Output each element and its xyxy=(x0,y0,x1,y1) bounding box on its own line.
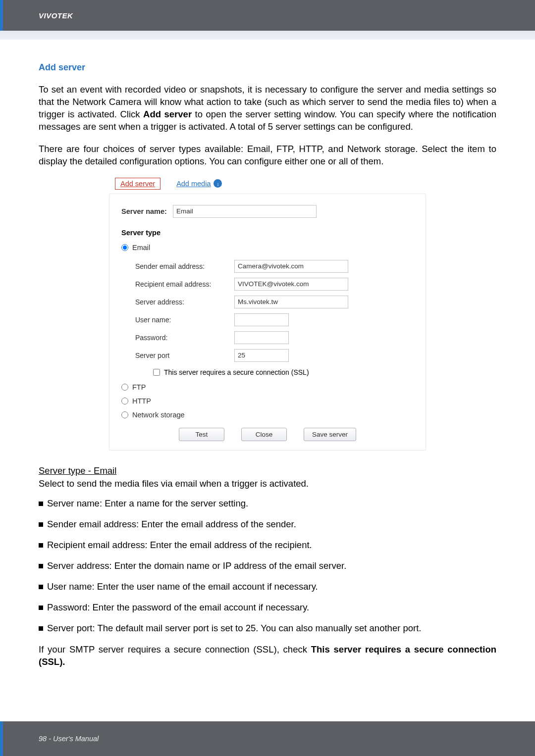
panel-body: Server name: Server type Email Sender em… xyxy=(109,194,426,451)
bullet-icon xyxy=(39,522,43,527)
blue-stripe-bottom xyxy=(0,721,3,756)
username-input[interactable] xyxy=(234,313,289,326)
footer-band: 98 - User's Manual xyxy=(0,721,535,756)
header-separator xyxy=(0,31,535,40)
row-sender: Sender email address: xyxy=(135,257,414,275)
radio-http-row: HTTP xyxy=(121,397,414,405)
tab-add-media[interactable]: Add media ↓ xyxy=(176,178,222,190)
recipient-input[interactable] xyxy=(234,278,348,291)
radio-netstorage-row: Network storage xyxy=(121,411,414,419)
radio-ftp[interactable] xyxy=(121,384,128,391)
server-name-label: Server name: xyxy=(121,207,167,215)
bullet-item: Server name: Enter a name for the server… xyxy=(39,498,496,509)
save-server-button[interactable]: Save server xyxy=(304,428,356,441)
radio-email[interactable] xyxy=(121,244,128,251)
bullet-item: Sender email address: Enter the email ad… xyxy=(39,519,496,530)
ssl-checkbox[interactable] xyxy=(153,369,160,376)
bullet-icon xyxy=(39,605,43,610)
close-button[interactable]: Close xyxy=(241,428,287,441)
bullet-text: User name: Enter the user name of the em… xyxy=(47,581,318,592)
server-name-input[interactable] xyxy=(173,205,317,218)
row-server-port: Server port xyxy=(135,347,414,364)
radio-email-label: Email xyxy=(132,244,150,252)
email-type-heading: Server type - Email xyxy=(39,465,496,476)
ssl-row: This server requires a secure connection… xyxy=(153,368,414,376)
bullet-text: Server name: Enter a name for the server… xyxy=(47,498,248,509)
server-port-label: Server port xyxy=(135,352,234,359)
password-input[interactable] xyxy=(234,331,289,344)
bullet-text: Password: Enter the password of the emai… xyxy=(47,602,309,613)
test-button[interactable]: Test xyxy=(179,428,224,441)
closing-text-a: If your SMTP server requires a secure co… xyxy=(39,644,311,655)
bullet-icon xyxy=(39,502,43,506)
radio-email-row: Email xyxy=(121,244,414,252)
sender-label: Sender email address: xyxy=(135,262,234,270)
bullet-item: Recipient email address: Enter the email… xyxy=(39,540,496,551)
intro-paragraph-1: To set an event with recorded video or s… xyxy=(39,84,496,133)
bullet-item: Server address: Enter the domain name or… xyxy=(39,560,496,571)
radio-http[interactable] xyxy=(121,398,128,404)
ssl-label: This server requires a secure connection… xyxy=(164,368,309,376)
server-port-input[interactable] xyxy=(234,349,289,362)
bullet-icon xyxy=(39,564,43,568)
bullet-icon xyxy=(39,543,43,548)
server-config-panel: Add server Add media ↓ Server name: Serv… xyxy=(109,178,426,451)
bullet-text: Recipient email address: Enter the email… xyxy=(47,540,312,551)
username-label: User name: xyxy=(135,316,234,324)
radio-ftp-label: FTP xyxy=(132,383,146,391)
radio-netstorage-label: Network storage xyxy=(132,411,185,419)
bullet-text: Server port: The default mail server por… xyxy=(47,623,421,634)
brand-logo-text: VIVOTEK xyxy=(39,11,73,20)
panel-tabs: Add server Add media ↓ xyxy=(109,178,426,190)
row-recipient: Recipient email address: xyxy=(135,275,414,293)
bullet-item: Server port: The default mail server por… xyxy=(39,623,496,634)
bullet-text: Sender email address: Enter the email ad… xyxy=(47,519,296,530)
panel-wrap: Add server Add media ↓ Server name: Serv… xyxy=(39,178,496,451)
blue-stripe-top xyxy=(0,0,3,31)
bullet-list: Server name: Enter a name for the server… xyxy=(39,498,496,634)
bullet-icon xyxy=(39,585,43,589)
row-password: Password: xyxy=(135,329,414,347)
bullet-icon xyxy=(39,626,43,631)
email-type-desc: Select to send the media files via email… xyxy=(39,478,496,489)
bullet-text: Server address: Enter the domain name or… xyxy=(47,560,346,571)
footer-page-label: 98 - User's Manual xyxy=(39,735,99,743)
server-address-input[interactable] xyxy=(234,296,348,308)
tab-add-media-label: Add media xyxy=(176,180,211,188)
button-row: Test Close Save server xyxy=(121,428,414,441)
bullet-item: Password: Enter the password of the emai… xyxy=(39,602,496,613)
password-label: Password: xyxy=(135,334,234,342)
radio-netstorage[interactable] xyxy=(121,411,128,418)
row-server-name: Server name: xyxy=(121,205,414,218)
email-fields: Sender email address: Recipient email ad… xyxy=(135,257,414,364)
row-server-address: Server address: xyxy=(135,293,414,311)
section-title: Add server xyxy=(39,62,496,73)
closing-paragraph: If your SMTP server requires a secure co… xyxy=(39,644,496,668)
sender-input[interactable] xyxy=(234,260,348,273)
intro-paragraph-2: There are four choices of server types a… xyxy=(39,143,496,168)
row-username: User name: xyxy=(135,311,414,329)
radio-ftp-row: FTP xyxy=(121,383,414,391)
recipient-label: Recipient email address: xyxy=(135,280,234,288)
server-address-label: Server address: xyxy=(135,298,234,306)
tab-add-server[interactable]: Add server xyxy=(115,178,160,190)
help-icon[interactable]: ↓ xyxy=(214,179,222,188)
radio-http-label: HTTP xyxy=(132,397,151,405)
bullet-item: User name: Enter the user name of the em… xyxy=(39,581,496,592)
page-content: Add server To set an event with recorded… xyxy=(0,40,535,668)
top-header-band: VIVOTEK xyxy=(3,0,535,31)
server-type-heading: Server type xyxy=(121,229,414,237)
